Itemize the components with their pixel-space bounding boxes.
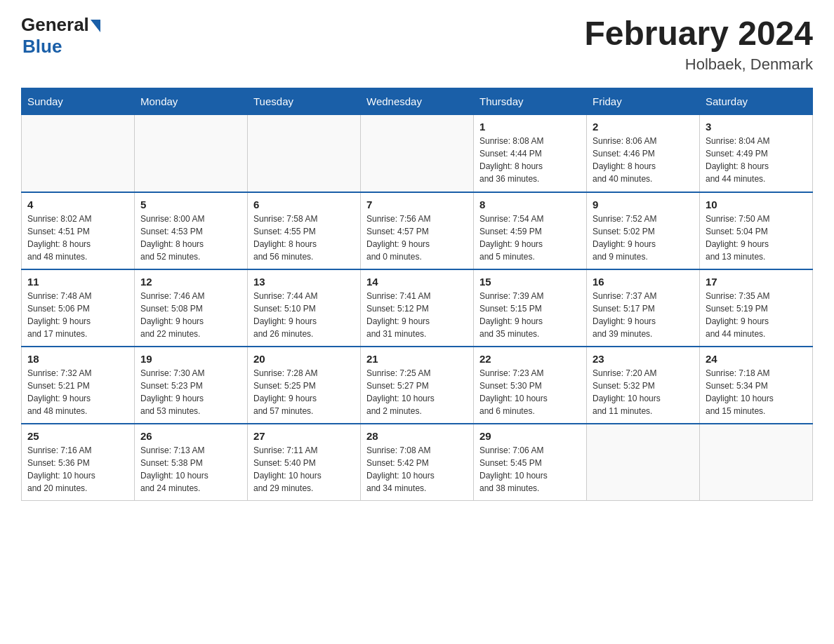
- calendar-cell: 3Sunrise: 8:04 AMSunset: 4:49 PMDaylight…: [700, 115, 813, 192]
- day-number: 22: [479, 353, 581, 365]
- day-info: Sunrise: 7:08 AMSunset: 5:42 PMDaylight:…: [366, 444, 468, 495]
- day-info: Sunrise: 7:28 AMSunset: 5:25 PMDaylight:…: [253, 367, 355, 417]
- weekday-header-sunday: Sunday: [22, 88, 135, 115]
- calendar-table: SundayMondayTuesdayWednesdayThursdayFrid…: [21, 88, 813, 501]
- day-number: 23: [593, 353, 694, 365]
- day-info: Sunrise: 7:39 AMSunset: 5:15 PMDaylight:…: [479, 290, 581, 340]
- day-info: Sunrise: 7:16 AMSunset: 5:36 PMDaylight:…: [27, 444, 128, 495]
- day-info: Sunrise: 7:25 AMSunset: 5:27 PMDaylight:…: [366, 367, 468, 417]
- calendar-cell: [135, 115, 248, 192]
- day-number: 10: [706, 199, 807, 210]
- day-info: Sunrise: 8:04 AMSunset: 4:49 PMDaylight:…: [706, 135, 807, 185]
- day-info: Sunrise: 7:11 AMSunset: 5:40 PMDaylight:…: [253, 444, 355, 495]
- day-info: Sunrise: 7:13 AMSunset: 5:38 PMDaylight:…: [140, 444, 241, 495]
- day-number: 21: [366, 353, 468, 365]
- calendar-cell: 15Sunrise: 7:39 AMSunset: 5:15 PMDayligh…: [474, 269, 587, 347]
- calendar-week-row: 25Sunrise: 7:16 AMSunset: 5:36 PMDayligh…: [22, 424, 813, 501]
- logo: General Blue: [21, 14, 100, 58]
- weekday-header-thursday: Thursday: [474, 88, 587, 115]
- day-info: Sunrise: 7:20 AMSunset: 5:32 PMDaylight:…: [593, 367, 694, 417]
- calendar-cell: 24Sunrise: 7:18 AMSunset: 5:34 PMDayligh…: [700, 347, 813, 424]
- day-number: 25: [27, 430, 128, 442]
- calendar-cell: 12Sunrise: 7:46 AMSunset: 5:08 PMDayligh…: [135, 269, 248, 347]
- day-number: 3: [706, 121, 807, 133]
- day-number: 9: [593, 199, 694, 210]
- calendar-header-row: SundayMondayTuesdayWednesdayThursdayFrid…: [22, 88, 813, 115]
- weekday-header-friday: Friday: [587, 88, 700, 115]
- title-section: February 2024 Holbaek, Denmark: [584, 14, 813, 74]
- weekday-header-tuesday: Tuesday: [248, 88, 361, 115]
- day-info: Sunrise: 7:35 AMSunset: 5:19 PMDaylight:…: [706, 290, 807, 340]
- calendar-cell: 20Sunrise: 7:28 AMSunset: 5:25 PMDayligh…: [248, 347, 361, 424]
- day-number: 8: [479, 199, 581, 210]
- page-header: General Blue February 2024 Holbaek, Denm…: [21, 14, 813, 74]
- calendar-cell: 28Sunrise: 7:08 AMSunset: 5:42 PMDayligh…: [361, 424, 474, 501]
- day-number: 5: [140, 199, 241, 210]
- calendar-cell: 9Sunrise: 7:52 AMSunset: 5:02 PMDaylight…: [587, 192, 700, 269]
- calendar-cell: 2Sunrise: 8:06 AMSunset: 4:46 PMDaylight…: [587, 115, 700, 192]
- logo-arrow-icon: [91, 20, 100, 32]
- day-info: Sunrise: 7:30 AMSunset: 5:23 PMDaylight:…: [140, 367, 241, 417]
- calendar-cell: 17Sunrise: 7:35 AMSunset: 5:19 PMDayligh…: [700, 269, 813, 347]
- calendar-cell: 22Sunrise: 7:23 AMSunset: 5:30 PMDayligh…: [474, 347, 587, 424]
- calendar-cell: 18Sunrise: 7:32 AMSunset: 5:21 PMDayligh…: [22, 347, 135, 424]
- calendar-cell: 7Sunrise: 7:56 AMSunset: 4:57 PMDaylight…: [361, 192, 474, 269]
- calendar-cell: [22, 115, 135, 192]
- day-number: 24: [706, 353, 807, 365]
- day-info: Sunrise: 7:50 AMSunset: 5:04 PMDaylight:…: [706, 213, 807, 263]
- calendar-cell: 25Sunrise: 7:16 AMSunset: 5:36 PMDayligh…: [22, 424, 135, 501]
- calendar-week-row: 1Sunrise: 8:08 AMSunset: 4:44 PMDaylight…: [22, 115, 813, 192]
- day-number: 29: [479, 430, 581, 442]
- calendar-cell: 29Sunrise: 7:06 AMSunset: 5:45 PMDayligh…: [474, 424, 587, 501]
- day-info: Sunrise: 8:06 AMSunset: 4:46 PMDaylight:…: [593, 135, 694, 185]
- calendar-week-row: 4Sunrise: 8:02 AMSunset: 4:51 PMDaylight…: [22, 192, 813, 269]
- calendar-week-row: 11Sunrise: 7:48 AMSunset: 5:06 PMDayligh…: [22, 269, 813, 347]
- day-info: Sunrise: 7:54 AMSunset: 4:59 PMDaylight:…: [479, 213, 581, 263]
- day-number: 2: [593, 121, 694, 133]
- logo-general-text: General: [21, 14, 89, 36]
- day-info: Sunrise: 8:08 AMSunset: 4:44 PMDaylight:…: [479, 135, 581, 185]
- day-number: 27: [253, 430, 355, 442]
- location-subtitle: Holbaek, Denmark: [584, 55, 813, 74]
- day-info: Sunrise: 7:48 AMSunset: 5:06 PMDaylight:…: [27, 290, 128, 340]
- calendar-cell: 21Sunrise: 7:25 AMSunset: 5:27 PMDayligh…: [361, 347, 474, 424]
- logo-blue-text: Blue: [22, 36, 62, 58]
- day-info: Sunrise: 7:23 AMSunset: 5:30 PMDaylight:…: [479, 367, 581, 417]
- day-info: Sunrise: 8:00 AMSunset: 4:53 PMDaylight:…: [140, 213, 241, 263]
- weekday-header-saturday: Saturday: [700, 88, 813, 115]
- calendar-cell: 27Sunrise: 7:11 AMSunset: 5:40 PMDayligh…: [248, 424, 361, 501]
- calendar-cell: 26Sunrise: 7:13 AMSunset: 5:38 PMDayligh…: [135, 424, 248, 501]
- day-number: 11: [27, 276, 128, 288]
- day-number: 14: [366, 276, 468, 288]
- day-info: Sunrise: 7:44 AMSunset: 5:10 PMDaylight:…: [253, 290, 355, 340]
- day-info: Sunrise: 7:18 AMSunset: 5:34 PMDaylight:…: [706, 367, 807, 417]
- calendar-cell: [248, 115, 361, 192]
- calendar-cell: 23Sunrise: 7:20 AMSunset: 5:32 PMDayligh…: [587, 347, 700, 424]
- calendar-cell: 13Sunrise: 7:44 AMSunset: 5:10 PMDayligh…: [248, 269, 361, 347]
- calendar-cell: 16Sunrise: 7:37 AMSunset: 5:17 PMDayligh…: [587, 269, 700, 347]
- day-info: Sunrise: 7:58 AMSunset: 4:55 PMDaylight:…: [253, 213, 355, 263]
- day-info: Sunrise: 7:37 AMSunset: 5:17 PMDaylight:…: [593, 290, 694, 340]
- day-number: 4: [27, 199, 128, 210]
- calendar-cell: 11Sunrise: 7:48 AMSunset: 5:06 PMDayligh…: [22, 269, 135, 347]
- calendar-cell: [587, 424, 700, 501]
- calendar-cell: 1Sunrise: 8:08 AMSunset: 4:44 PMDaylight…: [474, 115, 587, 192]
- day-number: 20: [253, 353, 355, 365]
- day-number: 26: [140, 430, 241, 442]
- calendar-cell: 5Sunrise: 8:00 AMSunset: 4:53 PMDaylight…: [135, 192, 248, 269]
- day-info: Sunrise: 7:46 AMSunset: 5:08 PMDaylight:…: [140, 290, 241, 340]
- calendar-week-row: 18Sunrise: 7:32 AMSunset: 5:21 PMDayligh…: [22, 347, 813, 424]
- day-number: 17: [706, 276, 807, 288]
- day-number: 19: [140, 353, 241, 365]
- day-number: 12: [140, 276, 241, 288]
- day-info: Sunrise: 7:41 AMSunset: 5:12 PMDaylight:…: [366, 290, 468, 340]
- day-number: 1: [479, 121, 581, 133]
- calendar-cell: 10Sunrise: 7:50 AMSunset: 5:04 PMDayligh…: [700, 192, 813, 269]
- day-info: Sunrise: 7:06 AMSunset: 5:45 PMDaylight:…: [479, 444, 581, 495]
- calendar-cell: 8Sunrise: 7:54 AMSunset: 4:59 PMDaylight…: [474, 192, 587, 269]
- day-info: Sunrise: 7:52 AMSunset: 5:02 PMDaylight:…: [593, 213, 694, 263]
- page-title: February 2024: [584, 14, 813, 53]
- day-number: 15: [479, 276, 581, 288]
- weekday-header-monday: Monday: [135, 88, 248, 115]
- day-info: Sunrise: 7:32 AMSunset: 5:21 PMDaylight:…: [27, 367, 128, 417]
